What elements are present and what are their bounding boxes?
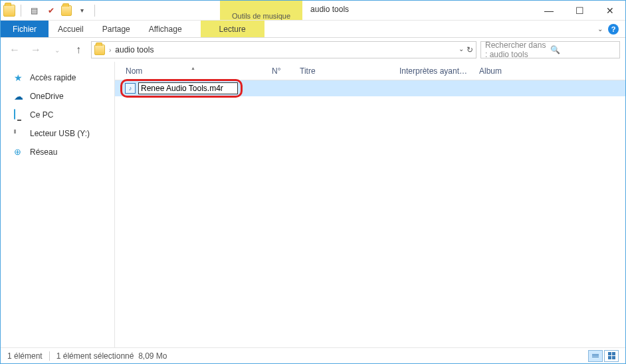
search-icon: 🔍 <box>550 45 615 54</box>
search-placeholder: Rechercher dans : audio tools <box>485 41 550 59</box>
column-headers: Nom ▲ N° Titre Interprètes ayant p... Al… <box>115 62 625 80</box>
rename-input[interactable] <box>138 82 238 94</box>
status-selection: 1 élément sélectionné <box>56 351 134 361</box>
annotation-highlight: ♪ <box>120 79 243 98</box>
status-size: 8,09 Mo <box>138 351 167 361</box>
sidebar-item-label: Lecteur USB (Y:) <box>30 129 90 138</box>
status-item-count: 1 élément <box>7 351 43 361</box>
minimize-button[interactable]: — <box>534 1 564 21</box>
tab-view[interactable]: Affichage <box>140 21 191 37</box>
contextual-tab-label: Outils de musique <box>220 1 302 20</box>
view-details-button[interactable] <box>588 350 603 362</box>
file-list-pane: Nom ▲ N° Titre Interprètes ayant p... Al… <box>115 62 625 347</box>
breadcrumb-item[interactable]: audio tools <box>115 45 154 54</box>
ribbon-expand-icon[interactable]: ⌄ <box>597 25 603 33</box>
usb-icon <box>14 128 25 139</box>
list-icon <box>592 354 599 357</box>
sidebar-item-label: Accès rapide <box>30 73 76 82</box>
tab-share[interactable]: Partage <box>93 21 140 37</box>
sort-asc-icon: ▲ <box>191 66 195 70</box>
qat-properties-icon[interactable]: ▤ <box>27 3 41 18</box>
column-header-artists[interactable]: Interprètes ayant p... <box>394 66 474 76</box>
sidebar-item-network[interactable]: ⊕ Réseau <box>1 143 114 161</box>
nav-forward-button[interactable]: → <box>27 41 45 58</box>
grid-icon <box>608 352 615 359</box>
column-header-album[interactable]: Album <box>474 66 508 76</box>
sidebar-item-label: OneDrive <box>30 92 64 101</box>
help-icon[interactable]: ? <box>608 24 619 35</box>
app-folder-icon <box>3 5 15 17</box>
qat-newfolder-icon[interactable] <box>61 5 72 16</box>
column-header-name[interactable]: Nom ▲ <box>120 66 266 76</box>
column-header-number[interactable]: N° <box>266 66 294 76</box>
tab-home[interactable]: Accueil <box>49 21 93 37</box>
sidebar-item-onedrive[interactable]: ☁ OneDrive <box>1 87 114 106</box>
file-row[interactable]: ♪ <box>115 80 625 96</box>
star-icon: ★ <box>14 72 25 83</box>
tab-file[interactable]: Fichier <box>1 21 49 37</box>
sidebar-item-label: Réseau <box>30 147 57 157</box>
audio-file-icon: ♪ <box>125 83 136 94</box>
breadcrumb-sep-icon[interactable]: › <box>109 46 111 54</box>
sidebar-item-quick-access[interactable]: ★ Accès rapide <box>1 68 114 87</box>
maximize-button[interactable]: ☐ <box>564 1 595 21</box>
nav-up-button[interactable]: ↑ <box>70 41 87 58</box>
address-dropdown-icon[interactable]: ⌄ <box>459 45 464 54</box>
monitor-icon <box>14 110 25 120</box>
address-bar[interactable]: › audio tools ⌄ ↻ <box>91 41 476 58</box>
view-large-icons-button[interactable] <box>604 350 619 362</box>
titlebar: ▤ ✔ ▾ Outils de musique audio tools — ☐ … <box>1 1 625 21</box>
search-input[interactable]: Rechercher dans : audio tools 🔍 <box>480 41 620 58</box>
tab-play[interactable]: Lecture <box>201 21 264 37</box>
column-header-title[interactable]: Titre <box>294 66 394 76</box>
sidebar-item-this-pc[interactable]: Ce PC <box>1 106 114 124</box>
network-icon: ⊕ <box>14 147 25 157</box>
status-bar: 1 élément 1 élément sélectionné 8,09 Mo <box>1 347 625 363</box>
ribbon-tabs: Fichier Accueil Partage Affichage Lectur… <box>1 21 625 38</box>
cloud-icon: ☁ <box>14 91 25 102</box>
close-button[interactable]: ✕ <box>595 1 625 21</box>
refresh-icon[interactable]: ↻ <box>467 45 473 54</box>
nav-recent-icon[interactable]: ⌄ <box>49 41 66 58</box>
sidebar-item-label: Ce PC <box>30 110 53 120</box>
nav-back-button[interactable]: ← <box>6 41 23 58</box>
navigation-pane: ★ Accès rapide ☁ OneDrive Ce PC Lecteur … <box>1 62 115 347</box>
window-title: audio tools <box>302 1 534 20</box>
qat-customize-icon[interactable]: ▾ <box>74 3 89 18</box>
sidebar-item-usb-drive[interactable]: Lecteur USB (Y:) <box>1 124 114 143</box>
navbar: ← → ⌄ ↑ › audio tools ⌄ ↻ Rechercher dan… <box>1 38 625 62</box>
qat-check-icon[interactable]: ✔ <box>44 3 58 18</box>
address-folder-icon <box>94 45 105 55</box>
